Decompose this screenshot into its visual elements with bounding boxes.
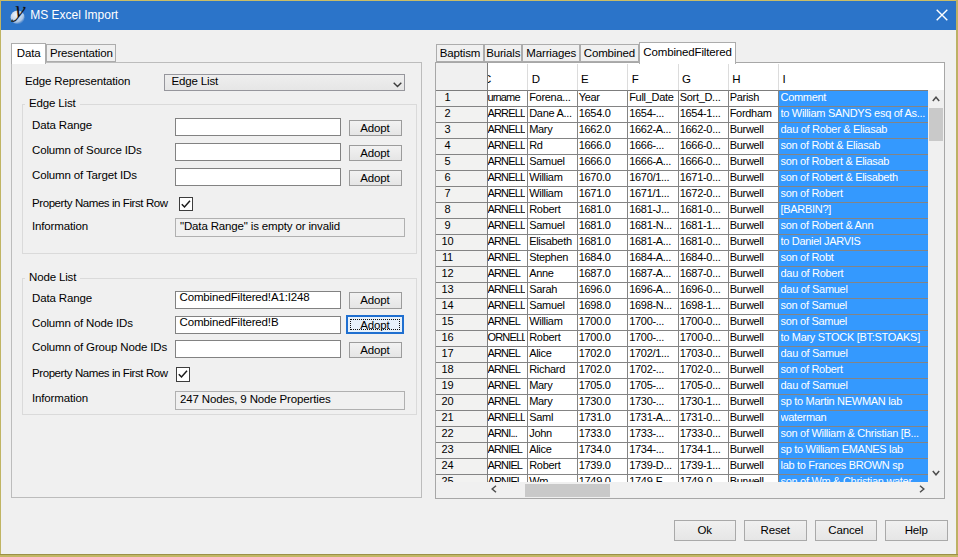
svg-text:y: y xyxy=(11,1,27,23)
